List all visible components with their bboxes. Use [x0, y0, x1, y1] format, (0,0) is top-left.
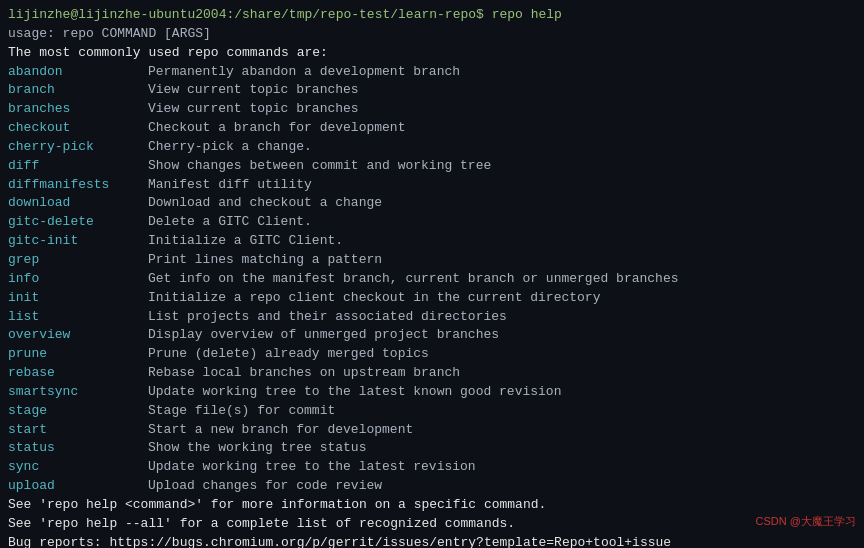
- command-desc: Update working tree to the latest known …: [148, 383, 561, 402]
- command-row: rebaseRebase local branches on upstream …: [8, 364, 856, 383]
- command-row: cherry-pickCherry-pick a change.: [8, 138, 856, 157]
- command-row: uploadUpload changes for code review: [8, 477, 856, 496]
- command-row: grepPrint lines matching a pattern: [8, 251, 856, 270]
- command-name: rebase: [8, 364, 148, 383]
- watermark: CSDN @大魔王学习: [756, 514, 856, 530]
- command-name: prune: [8, 345, 148, 364]
- command-row: abandonPermanently abandon a development…: [8, 63, 856, 82]
- command-desc: Permanently abandon a development branch: [148, 63, 460, 82]
- command-name: start: [8, 421, 148, 440]
- commands-list: abandonPermanently abandon a development…: [8, 63, 856, 496]
- command-desc: Prune (delete) already merged topics: [148, 345, 429, 364]
- command-desc: View current topic branches: [148, 100, 359, 119]
- command-desc: Delete a GITC Client.: [148, 213, 312, 232]
- command-name: branch: [8, 81, 148, 100]
- footer-lines: See 'repo help <command>' for more infor…: [8, 496, 856, 548]
- command-desc: View current topic branches: [148, 81, 359, 100]
- command-name: abandon: [8, 63, 148, 82]
- command-name: branches: [8, 100, 148, 119]
- command-name: init: [8, 289, 148, 308]
- command-row: initInitialize a repo client checkout in…: [8, 289, 856, 308]
- command-desc: Cherry-pick a change.: [148, 138, 312, 157]
- command-row: downloadDownload and checkout a change: [8, 194, 856, 213]
- command-name: gitc-init: [8, 232, 148, 251]
- command-row: branchView current topic branches: [8, 81, 856, 100]
- command-name: upload: [8, 477, 148, 496]
- command-desc: Upload changes for code review: [148, 477, 382, 496]
- command-desc: Checkout a branch for development: [148, 119, 405, 138]
- command-desc: List projects and their associated direc…: [148, 308, 507, 327]
- command-name: grep: [8, 251, 148, 270]
- command-desc: Initialize a repo client checkout in the…: [148, 289, 600, 308]
- footer-line: See 'repo help --all' for a complete lis…: [8, 515, 856, 534]
- command-desc: Display overview of unmerged project bra…: [148, 326, 499, 345]
- command-desc: Get info on the manifest branch, current…: [148, 270, 679, 289]
- command-row: syncUpdate working tree to the latest re…: [8, 458, 856, 477]
- command-row: checkoutCheckout a branch for developmen…: [8, 119, 856, 138]
- prompt-line: lijinzhe@lijinzhe-ubuntu2004:/share/tmp/…: [8, 6, 856, 25]
- command-desc: Manifest diff utility: [148, 176, 312, 195]
- command-row: infoGet info on the manifest branch, cur…: [8, 270, 856, 289]
- command-row: gitc-deleteDelete a GITC Client.: [8, 213, 856, 232]
- command-desc: Initialize a GITC Client.: [148, 232, 343, 251]
- command-row: branchesView current topic branches: [8, 100, 856, 119]
- terminal-window: lijinzhe@lijinzhe-ubuntu2004:/share/tmp/…: [0, 0, 864, 548]
- usage-line: usage: repo COMMAND [ARGS]: [8, 25, 856, 44]
- command-row: smartsyncUpdate working tree to the late…: [8, 383, 856, 402]
- command-row: listList projects and their associated d…: [8, 308, 856, 327]
- command-name: gitc-delete: [8, 213, 148, 232]
- command-desc: Stage file(s) for commit: [148, 402, 335, 421]
- command-name: download: [8, 194, 148, 213]
- command-desc: Show changes between commit and working …: [148, 157, 491, 176]
- command-row: diffmanifestsManifest diff utility: [8, 176, 856, 195]
- command-desc: Show the working tree status: [148, 439, 366, 458]
- command-name: checkout: [8, 119, 148, 138]
- command-name: info: [8, 270, 148, 289]
- command-desc: Download and checkout a change: [148, 194, 382, 213]
- footer-line: See 'repo help <command>' for more infor…: [8, 496, 856, 515]
- command-row: statusShow the working tree status: [8, 439, 856, 458]
- command-desc: Rebase local branches on upstream branch: [148, 364, 460, 383]
- command-desc: Update working tree to the latest revisi…: [148, 458, 476, 477]
- command-desc: Start a new branch for development: [148, 421, 413, 440]
- command-row: prunePrune (delete) already merged topic…: [8, 345, 856, 364]
- command-name: sync: [8, 458, 148, 477]
- command-row: overviewDisplay overview of unmerged pro…: [8, 326, 856, 345]
- command-desc: Print lines matching a pattern: [148, 251, 382, 270]
- footer-line: Bug reports: https://bugs.chromium.org/p…: [8, 534, 856, 548]
- command-name: status: [8, 439, 148, 458]
- command-name: cherry-pick: [8, 138, 148, 157]
- command-name: smartsync: [8, 383, 148, 402]
- command-name: diff: [8, 157, 148, 176]
- command-name: overview: [8, 326, 148, 345]
- command-name: list: [8, 308, 148, 327]
- command-row: startStart a new branch for development: [8, 421, 856, 440]
- section-header: The most commonly used repo commands are…: [8, 44, 856, 63]
- command-name: stage: [8, 402, 148, 421]
- command-row: diffShow changes between commit and work…: [8, 157, 856, 176]
- command-row: gitc-initInitialize a GITC Client.: [8, 232, 856, 251]
- command-name: diffmanifests: [8, 176, 148, 195]
- command-row: stageStage file(s) for commit: [8, 402, 856, 421]
